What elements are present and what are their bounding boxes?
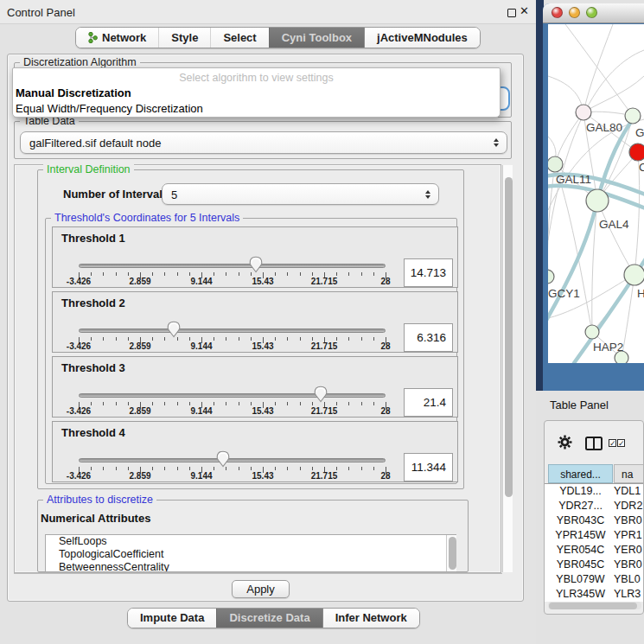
slider-tick xyxy=(336,467,337,470)
slider-tick xyxy=(275,272,276,276)
tab-cyni-toolbox[interactable]: Cyni Toolbox xyxy=(269,28,364,48)
table-cell[interactable]: YER054C xyxy=(548,543,613,558)
attribute-item[interactable]: BetweennessCentrality xyxy=(46,561,456,572)
table-hscrollbar[interactable] xyxy=(548,602,641,609)
table-cell[interactable]: YPR1 xyxy=(614,528,644,543)
threshold-slider-track[interactable] xyxy=(79,458,386,462)
table-cell[interactable]: YDL1 xyxy=(614,484,644,499)
numerical-attributes-list[interactable]: SelfLoopsTopologicalCoefficientBetweenne… xyxy=(45,534,456,572)
slider-tick xyxy=(275,467,276,470)
slider-tick xyxy=(239,402,239,405)
apply-button[interactable]: Apply xyxy=(232,580,290,598)
number-of-intervals-combobox[interactable]: 5 xyxy=(162,183,439,205)
attribute-item[interactable]: TopologicalCoefficient xyxy=(46,548,456,561)
table-cell[interactable]: YBR043C xyxy=(548,513,613,528)
threshold-slider-track[interactable] xyxy=(79,393,386,398)
slider-tick xyxy=(116,467,117,470)
tab-label: Discretize Data xyxy=(229,611,309,624)
slider-tick xyxy=(152,467,153,470)
table-cell[interactable]: YER0 xyxy=(614,543,644,558)
main-scrollbar-thumb[interactable] xyxy=(505,177,513,497)
table-hscrollbar-thumb[interactable] xyxy=(549,603,637,609)
close-icon[interactable]: ✕ xyxy=(520,4,529,17)
table-cell[interactable]: YDR27... xyxy=(548,499,613,513)
tab-network[interactable]: Network xyxy=(76,28,158,48)
network-node[interactable] xyxy=(548,156,563,172)
checkbox-icon[interactable]: ✓ xyxy=(617,439,625,447)
network-node[interactable] xyxy=(629,143,644,161)
slider-tick-label: 2.859 xyxy=(114,277,166,286)
main-scrollbar[interactable] xyxy=(502,165,513,572)
network-node[interactable] xyxy=(586,189,609,212)
attributes-scrollbar-thumb[interactable] xyxy=(449,537,456,570)
gear-icon[interactable] xyxy=(558,435,572,450)
table-cell[interactable]: YLR345W xyxy=(548,587,613,602)
threshold-slider-thumb[interactable] xyxy=(314,386,328,403)
tab-select[interactable]: Select xyxy=(210,28,268,48)
threshold-value-field[interactable]: 21.4 xyxy=(404,388,453,417)
table-cell[interactable]: YBR045C xyxy=(548,558,613,572)
slider-tick xyxy=(226,272,226,276)
tab-infer-network[interactable]: Infer Network xyxy=(322,609,419,628)
network-node-label: HAP2 xyxy=(593,341,623,354)
threshold-value-field[interactable]: 11.344 xyxy=(404,453,453,481)
network-node[interactable] xyxy=(625,108,641,124)
threshold-slider-track[interactable] xyxy=(79,328,386,333)
network-canvas[interactable]: GAL80GACGAL11GAL4GCY1HHAP2 xyxy=(548,24,644,363)
slider-tick xyxy=(300,337,301,341)
slider-tick xyxy=(373,272,374,276)
threshold-value-field[interactable]: 6.316 xyxy=(404,323,453,352)
columns-icon[interactable] xyxy=(585,437,603,450)
attributes-scrollbar[interactable] xyxy=(446,535,456,571)
table-cell[interactable]: YDL19... xyxy=(548,484,613,499)
table-cell[interactable]: YBR0 xyxy=(614,513,644,528)
control-panel-titlebar: Control Panel ✕ xyxy=(0,0,536,24)
network-edge xyxy=(565,24,633,116)
slider-tick xyxy=(91,467,92,470)
network-window-titlebar[interactable] xyxy=(543,3,644,23)
table-cell[interactable]: YBR0 xyxy=(614,558,644,572)
algorithm-option[interactable]: Manual Discretization xyxy=(16,86,131,99)
zoom-traffic-light[interactable] xyxy=(586,7,597,18)
tab-style[interactable]: Style xyxy=(158,28,210,48)
network-node[interactable] xyxy=(548,270,554,284)
slider-tick xyxy=(214,337,214,341)
table-column-header[interactable]: na xyxy=(614,464,644,483)
network-node[interactable] xyxy=(576,105,591,120)
slider-tick xyxy=(287,402,288,405)
minimize-traffic-light[interactable] xyxy=(569,7,580,18)
table-cell[interactable]: YBL079W xyxy=(548,572,613,587)
combobox-stepper-icon xyxy=(425,190,430,199)
slider-tick xyxy=(300,467,301,470)
float-window-icon[interactable] xyxy=(507,9,516,17)
tab-label: Select xyxy=(223,31,256,44)
network-node[interactable] xyxy=(585,325,599,339)
slider-tick xyxy=(361,272,362,276)
tab-jactivemnodules[interactable]: jActiveMNodules xyxy=(364,28,480,48)
table-data-combobox[interactable]: galFiltered.sif default node xyxy=(20,131,507,154)
threshold-slider-thumb[interactable] xyxy=(216,450,230,468)
threshold-label: Threshold 3 xyxy=(61,361,125,374)
slider-tick xyxy=(361,402,362,405)
table-column-header[interactable]: shared... xyxy=(548,464,613,483)
slider-tick-label: 15.43 xyxy=(237,471,289,481)
attribute-item[interactable]: SelfLoops xyxy=(46,535,456,548)
threshold-slider-thumb[interactable] xyxy=(249,256,263,273)
threshold-slider-thumb[interactable] xyxy=(167,321,181,338)
slider-tick-label: -3.426 xyxy=(53,341,105,351)
slider-tick xyxy=(177,467,178,470)
table-cell[interactable]: YLR3 xyxy=(614,587,644,602)
table-cell[interactable]: YDR2 xyxy=(614,499,644,513)
algorithm-option[interactable]: Equal Width/Frequency Discretization xyxy=(16,102,203,115)
checkbox-icon[interactable]: ✓ xyxy=(609,439,616,447)
threshold-value-field[interactable]: 14.713 xyxy=(404,258,453,287)
table-cell[interactable]: YBL0 xyxy=(614,572,644,587)
threshold-slider-track[interactable] xyxy=(79,264,386,268)
network-node[interactable] xyxy=(624,265,644,285)
number-of-intervals-label: Number of Intervals xyxy=(63,188,169,201)
slider-tick xyxy=(103,337,104,341)
tab-discretize-data[interactable]: Discretize Data xyxy=(216,609,322,628)
tab-impute-data[interactable]: Impute Data xyxy=(128,609,216,628)
close-traffic-light[interactable] xyxy=(552,7,563,18)
table-cell[interactable]: YPR145W xyxy=(548,528,613,543)
